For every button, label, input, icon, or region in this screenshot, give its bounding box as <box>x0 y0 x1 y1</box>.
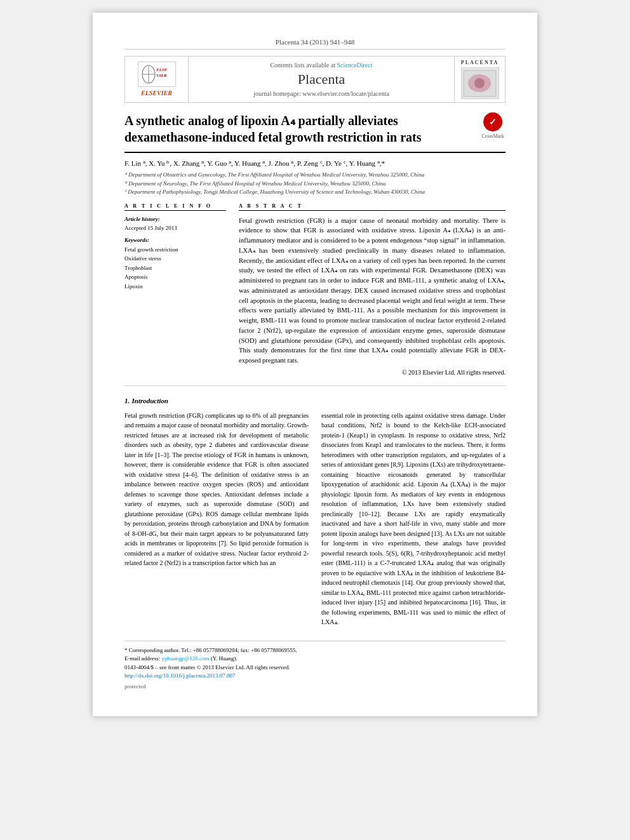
placenta-image <box>461 67 499 99</box>
keyword-5: Lipoxin <box>124 282 226 291</box>
svg-point-7 <box>474 78 485 88</box>
intro-left-paragraph: Fetal growth restriction (FGR) complicat… <box>124 411 309 568</box>
journal-name: Placenta <box>298 71 345 88</box>
affiliations: ᵃ Department of Obstetrics and Gynecolog… <box>124 171 506 197</box>
email-suffix: (Y. Huang). <box>211 655 238 662</box>
keywords-label: Keywords: <box>124 237 226 243</box>
article-title-section: A synthetic analog of lipoxin A₄ partial… <box>124 112 506 153</box>
sciencedirect-line: Contents lists available at ScienceDirec… <box>270 62 372 69</box>
crossmark-label: CrossMark <box>481 133 504 139</box>
crossmark-area: ✓ CrossMark <box>480 112 506 139</box>
intro-number: 1. <box>124 397 130 404</box>
keyword-4: Apoptosis <box>124 272 226 281</box>
corresponding-author-note: * Corresponding author. Tel.: +86 057788… <box>124 646 506 655</box>
authors-line: F. Lin ᵃ, X. Yu ᵇ, X. Zhang ᵃ, Y. Guo ᵃ,… <box>124 159 506 168</box>
keyword-3: Trophoblast <box>124 263 226 272</box>
svg-text:VIER: VIER <box>156 73 167 78</box>
intro-right-text: essential role in protecting cells again… <box>321 411 506 627</box>
affiliation-a: ᵃ Department of Obstetrics and Gynecolog… <box>124 171 506 180</box>
article-title: A synthetic analog of lipoxin A₄ partial… <box>124 112 474 145</box>
publisher-logo-area: ELSE VIER ELSEVIER <box>125 57 189 102</box>
keywords-list: Fetal growth restriction Oxidative stres… <box>124 245 226 291</box>
journal-ref-text: Placenta 34 (2013) 941–948 <box>276 38 354 46</box>
svg-text:ELSE: ELSE <box>156 67 168 72</box>
article-info-abstract-section: A R T I C L E I N F O Article history: A… <box>124 203 506 376</box>
page: Placenta 34 (2013) 941–948 ELSE VIER ELS… <box>93 13 537 716</box>
intro-left-col: Fetal growth restriction (FGR) complicat… <box>124 411 309 631</box>
affiliation-b: ᵇ Department of Neurology, The First Aff… <box>124 180 506 189</box>
article-info-heading: A R T I C L E I N F O <box>124 203 226 211</box>
article-info-panel: A R T I C L E I N F O Article history: A… <box>124 203 226 376</box>
placenta-logo-area: PLACENTA <box>454 57 505 102</box>
issn-line: 0143-4004/$ – see front matter © 2013 El… <box>124 663 506 672</box>
section-divider <box>124 385 506 386</box>
doi-line: http://dx.doi.org/10.1016/j.placenta.201… <box>124 672 506 681</box>
intro-title: Introduction <box>132 397 168 404</box>
intro-left-text: Fetal growth restriction (FGR) complicat… <box>124 411 309 568</box>
affiliation-c: ᶜ Department of Pathophysiology, Tongji … <box>124 188 506 197</box>
email-address: yphuangp@126.com <box>161 655 209 662</box>
abstract-panel: A B S T R A C T Fetal growth restriction… <box>239 203 506 376</box>
journal-header: ELSE VIER ELSEVIER Contents lists availa… <box>124 56 506 103</box>
journal-ref-bar: Placenta 34 (2013) 941–948 <box>124 38 506 50</box>
abstract-copyright: © 2013 Elsevier Ltd. All rights reserved… <box>239 369 506 376</box>
keyword-2: Oxidative stress <box>124 254 226 263</box>
abstract-text: Fetal growth restriction (FGR) is a majo… <box>239 216 506 366</box>
email-line: E-mail address: yphuangp@126.com (Y. Hua… <box>124 655 506 663</box>
keyword-1: Fetal growth restriction <box>124 245 226 254</box>
introduction-body: Fetal growth restriction (FGR) complicat… <box>124 411 506 631</box>
crossmark-icon: ✓ <box>483 112 502 131</box>
introduction-heading: 1. Introduction <box>124 396 506 406</box>
accepted-date: Accepted 15 July 2013 <box>124 224 226 232</box>
elsevier-label: ELSEVIER <box>141 90 172 97</box>
sciencedirect-link-text: ScienceDirect <box>337 62 372 69</box>
placenta-logo-text: PLACENTA <box>461 60 499 65</box>
history-label: Article history: <box>124 216 226 222</box>
intro-right-paragraph: essential role in protecting cells again… <box>321 411 506 627</box>
protected-label: protected <box>124 683 506 691</box>
intro-right-col: essential role in protecting cells again… <box>321 411 506 631</box>
journal-homepage-line: journal homepage: www.elsevier.com/locat… <box>253 90 389 97</box>
email-label: E-mail address: <box>124 655 160 662</box>
abstract-heading: A B S T R A C T <box>239 203 506 211</box>
footnotes-section: * Corresponding author. Tel.: +86 057788… <box>124 641 506 691</box>
elsevier-graphic-icon: ELSE VIER <box>139 63 174 86</box>
journal-info-center: Contents lists available at ScienceDirec… <box>189 57 454 102</box>
placenta-graphic-icon <box>462 69 497 98</box>
